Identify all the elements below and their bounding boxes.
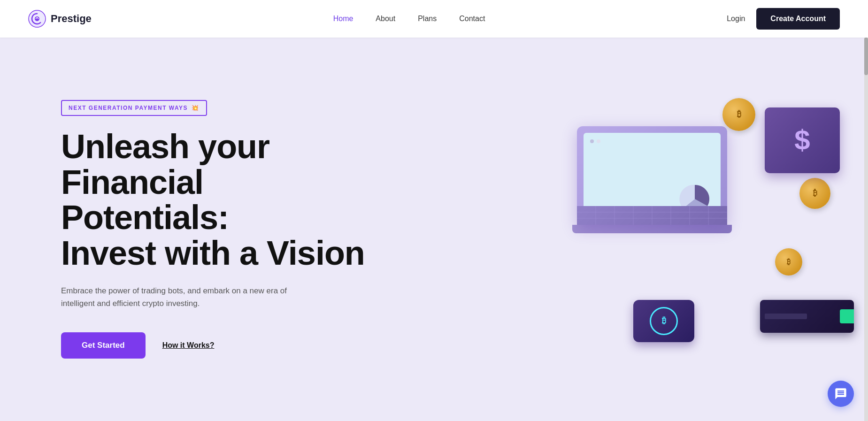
hero-section: NEXT GENERATION PAYMENT WAYS 💥 Unleash y…	[0, 38, 868, 421]
create-account-button[interactable]: Create Account	[756, 8, 840, 30]
logo-icon	[28, 10, 46, 28]
scrollbar-thumb[interactable]	[864, 38, 868, 75]
hero-actions: Get Started How it Works?	[61, 332, 390, 359]
hero-title-line4: Invest with a Vision	[61, 234, 365, 272]
navbar: Prestige Home About Plans Contact Login …	[0, 0, 868, 38]
navbar-actions: Login Create Account	[727, 8, 840, 30]
chat-icon	[834, 387, 847, 400]
hero-title-line2: Financial	[61, 163, 203, 201]
badge-text: NEXT GENERATION PAYMENT WAYS	[69, 105, 188, 111]
laptop-base	[572, 225, 732, 233]
card-slot	[765, 314, 807, 319]
nav-links: Home About Plans Contact	[333, 15, 485, 23]
hero-illustration: ₿ ₿ ₿ ₿	[549, 89, 868, 370]
coin-3: ₿	[799, 178, 830, 209]
login-button[interactable]: Login	[727, 15, 745, 23]
chat-support-button[interactable]	[828, 381, 854, 407]
dollar-sign-icon: $	[794, 124, 810, 156]
nav-contact[interactable]: Contact	[459, 15, 485, 23]
card-reader	[760, 300, 854, 333]
hero-content: NEXT GENERATION PAYMENT WAYS 💥 Unleash y…	[61, 100, 390, 359]
logo-text: Prestige	[51, 13, 92, 25]
hero-subtitle: Embrace the power of trading bots, and e…	[61, 284, 305, 310]
nav-plans[interactable]: Plans	[418, 15, 437, 23]
laptop-body	[577, 126, 727, 225]
phone-btc-icon: ₿	[662, 316, 666, 326]
badge-emoji: 💥	[192, 105, 200, 111]
keyboard-lines	[577, 206, 727, 225]
phone-circle: ₿	[650, 307, 678, 335]
hero-title-line1: Unleash your	[61, 128, 269, 165]
nav-about[interactable]: About	[376, 15, 395, 23]
coin-4: ₿	[775, 248, 802, 276]
hero-badge: NEXT GENERATION PAYMENT WAYS 💥	[61, 100, 207, 116]
hero-title: Unleash your Financial Potentials: Inves…	[61, 129, 390, 271]
get-started-button[interactable]: Get Started	[61, 332, 146, 359]
nav-home[interactable]: Home	[333, 15, 353, 23]
logo[interactable]: Prestige	[28, 10, 92, 28]
how-it-works-button[interactable]: How it Works?	[162, 341, 215, 350]
hero-title-line3: Potentials:	[61, 199, 229, 236]
wallet-box: $	[765, 107, 840, 173]
phone-illustration: ₿	[633, 300, 694, 342]
laptop-illustration	[577, 126, 732, 233]
card-green	[840, 309, 854, 323]
